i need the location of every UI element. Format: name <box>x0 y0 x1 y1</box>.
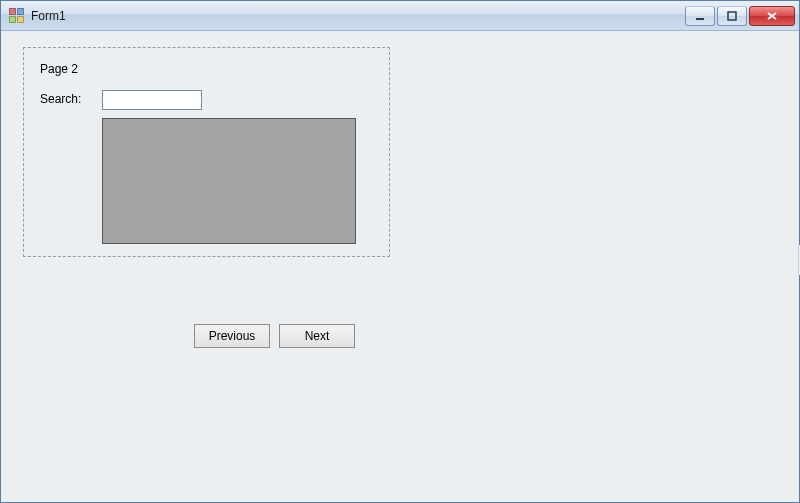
svg-rect-0 <box>696 18 704 20</box>
client-area: Page 2 Search: Previous Next <box>1 31 799 502</box>
window-title: Form1 <box>31 9 66 23</box>
titlebar[interactable]: Form1 <box>1 1 799 31</box>
minimize-icon <box>695 11 705 21</box>
next-button[interactable]: Next <box>279 324 355 348</box>
page-label: Page 2 <box>40 62 78 76</box>
previous-button[interactable]: Previous <box>194 324 270 348</box>
search-input[interactable] <box>102 90 202 110</box>
close-icon <box>766 11 778 21</box>
search-label: Search: <box>40 92 81 106</box>
results-placeholder <box>102 118 356 244</box>
close-button[interactable] <box>749 6 795 26</box>
maximize-button[interactable] <box>717 6 747 26</box>
window-frame: Form1 Page 2 Search: Previous Next <box>0 0 800 503</box>
minimize-button[interactable] <box>685 6 715 26</box>
dashed-panel: Page 2 Search: <box>23 47 390 257</box>
svg-rect-1 <box>728 12 736 20</box>
window-controls <box>685 6 795 26</box>
app-icon <box>9 8 25 24</box>
maximize-icon <box>727 11 737 21</box>
